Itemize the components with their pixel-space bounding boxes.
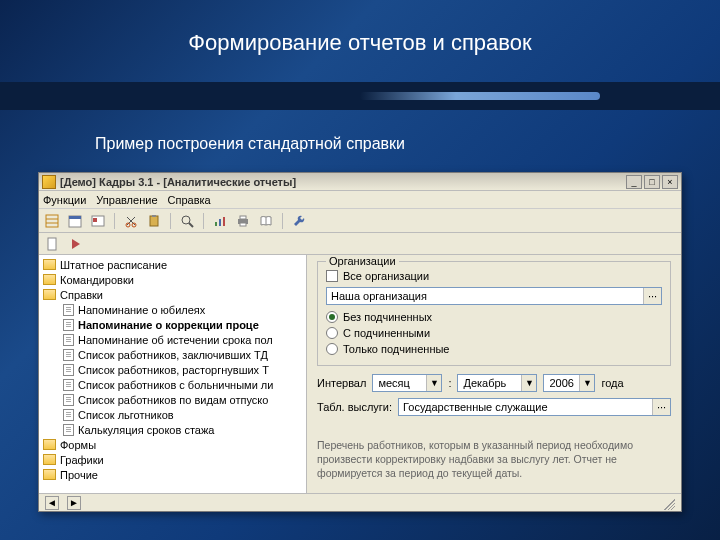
interval-value: месяц [373, 377, 426, 389]
tree-folder[interactable]: Штатное расписание [39, 257, 306, 272]
tree-folder[interactable]: Справки [39, 287, 306, 302]
tree-doc[interactable]: Список работников с больничными ли [39, 377, 306, 392]
table-row: Табл. выслуги: Государственные служащие … [317, 398, 671, 416]
tree-folder[interactable]: Формы [39, 437, 306, 452]
tree-doc[interactable]: Напоминание об истечении срока пол [39, 332, 306, 347]
tree-pane[interactable]: Штатное расписаниеКомандировкиСправкиНап… [39, 255, 307, 493]
tree-item-label: Напоминание о юбилеях [78, 304, 205, 316]
print-icon[interactable] [234, 212, 252, 230]
month-combo[interactable]: Декабрь ▼ [457, 374, 537, 392]
wrench-icon[interactable] [290, 212, 308, 230]
folder-icon [43, 454, 56, 465]
app-icon [42, 175, 56, 189]
book-icon[interactable] [257, 212, 275, 230]
slide-title: Формирование отчетов и справок [0, 0, 720, 56]
year-value: 2006 [544, 377, 579, 389]
document-icon [63, 349, 74, 361]
interval-row: Интервал месяц ▼ : Декабрь ▼ 2006 ▼ года [317, 374, 671, 392]
tree-folder[interactable]: Графики [39, 452, 306, 467]
svg-rect-0 [46, 215, 58, 227]
year-dropdown-icon[interactable]: ▼ [579, 375, 594, 391]
document-icon [63, 424, 74, 436]
tree-item-label: Список работников с больничными ли [78, 379, 273, 391]
tree-item-label: Список работников по видам отпуско [78, 394, 268, 406]
form-pane: Организации Все организации Наша организ… [307, 255, 681, 493]
tree-folder[interactable]: Командировки [39, 272, 306, 287]
tree-doc[interactable]: Напоминание о юбилеях [39, 302, 306, 317]
table-picker-button[interactable]: ··· [652, 399, 670, 415]
month-value: Декабрь [458, 377, 521, 389]
svg-rect-6 [93, 218, 97, 222]
document-icon [63, 319, 74, 331]
grid-icon[interactable] [43, 212, 61, 230]
month-dropdown-icon[interactable]: ▼ [521, 375, 536, 391]
radio-no-sub[interactable] [326, 311, 338, 323]
radio-with-sub-label: С подчиненными [343, 327, 430, 339]
radio-no-sub-label: Без подчиненных [343, 311, 432, 323]
card-icon[interactable] [89, 212, 107, 230]
tree-item-label: Калькуляция сроков стажа [78, 424, 214, 436]
menu-functions[interactable]: Функции [43, 194, 86, 206]
chart-icon[interactable] [211, 212, 229, 230]
resize-grip[interactable] [661, 496, 675, 510]
calendar-icon[interactable] [66, 212, 84, 230]
svg-rect-10 [152, 215, 156, 217]
radio-with-sub[interactable] [326, 327, 338, 339]
tree-item-label: Штатное расписание [60, 259, 167, 271]
search-icon[interactable] [178, 212, 196, 230]
window-title: [Демо] Кадры 3.1 - [Аналитические отчеты… [60, 176, 626, 188]
tree-item-label: Справки [60, 289, 103, 301]
menu-help[interactable]: Справка [168, 194, 211, 206]
tree-doc[interactable]: Список льготников [39, 407, 306, 422]
org-select[interactable]: Наша организация ··· [326, 287, 662, 305]
toolbar-secondary [39, 233, 681, 255]
clipboard-icon[interactable] [145, 212, 163, 230]
document-icon [63, 409, 74, 421]
org-picker-button[interactable]: ··· [643, 288, 661, 304]
interval-label: Интервал [317, 377, 366, 389]
tree-item-label: Графики [60, 454, 104, 466]
radio-only-sub[interactable] [326, 343, 338, 355]
interval-combo[interactable]: месяц ▼ [372, 374, 442, 392]
folder-icon [43, 274, 56, 285]
accent-bar [0, 82, 720, 110]
titlebar[interactable]: [Демо] Кадры 3.1 - [Аналитические отчеты… [39, 173, 681, 191]
page-icon[interactable] [43, 235, 61, 253]
app-window: [Демо] Кадры 3.1 - [Аналитические отчеты… [38, 172, 682, 512]
interval-sep: : [448, 377, 451, 389]
table-select[interactable]: Государственные служащие ··· [398, 398, 671, 416]
folder-icon [43, 259, 56, 270]
folder-icon [43, 469, 56, 480]
minimize-button[interactable]: _ [626, 175, 642, 189]
cut-icon[interactable] [122, 212, 140, 230]
tree-doc[interactable]: Список работников, расторгнувших Т [39, 362, 306, 377]
all-orgs-label: Все организации [343, 270, 429, 282]
year-combo[interactable]: 2006 ▼ [543, 374, 595, 392]
svg-rect-4 [69, 216, 81, 219]
svg-rect-14 [219, 219, 221, 226]
tree-doc[interactable]: Калькуляция сроков стажа [39, 422, 306, 437]
nav-prev-button[interactable]: ◄ [45, 496, 59, 510]
document-icon [63, 334, 74, 346]
nav-next-button[interactable]: ► [67, 496, 81, 510]
body-area: Штатное расписаниеКомандировкиСправкиНап… [39, 255, 681, 493]
tree-doc[interactable]: Напоминание о коррекции проце [39, 317, 306, 332]
tree-doc[interactable]: Список работников по видам отпуско [39, 392, 306, 407]
tree-doc[interactable]: Список работников, заключивших ТД [39, 347, 306, 362]
tree-folder[interactable]: Прочие [39, 467, 306, 482]
close-button[interactable]: × [662, 175, 678, 189]
run-icon[interactable] [66, 235, 84, 253]
tree-item-label: Командировки [60, 274, 134, 286]
tree-item-label: Напоминание об истечении срока пол [78, 334, 273, 346]
svg-rect-13 [215, 222, 217, 226]
maximize-button[interactable]: □ [644, 175, 660, 189]
interval-dropdown-icon[interactable]: ▼ [426, 375, 441, 391]
tree-item-label: Прочие [60, 469, 98, 481]
svg-rect-18 [240, 223, 246, 226]
all-orgs-checkbox[interactable] [326, 270, 338, 282]
folder-icon [43, 289, 56, 300]
menu-management[interactable]: Управление [96, 194, 157, 206]
tree-item-label: Напоминание о коррекции проце [78, 319, 259, 331]
radio-only-sub-label: Только подчиненные [343, 343, 450, 355]
tree-item-label: Список льготников [78, 409, 174, 421]
